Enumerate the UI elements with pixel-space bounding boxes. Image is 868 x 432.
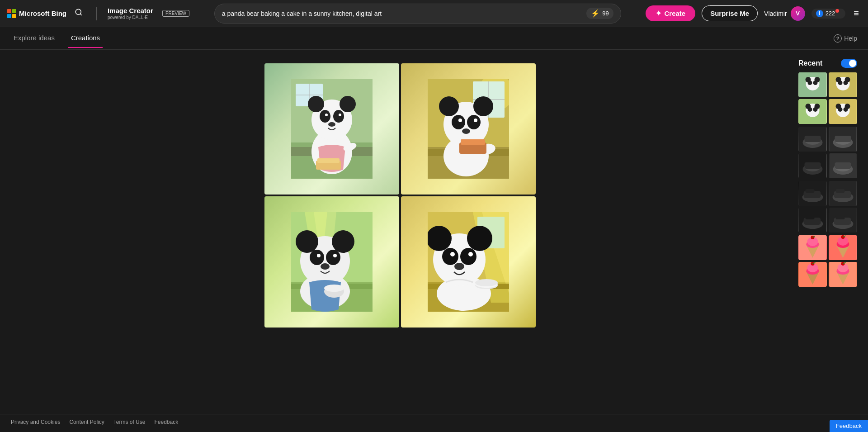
image-grid [264,63,536,328]
svg-point-48 [310,250,324,265]
sidebar: Recent [789,59,857,405]
svg-point-65 [442,248,458,265]
help-link[interactable]: ? Help [834,34,857,43]
svg-point-50 [317,254,321,257]
svg-point-31 [452,115,465,129]
surprise-label: Surprise Me [710,9,749,17]
username: Vladimir [764,10,787,17]
recent-thumb-ice-3[interactable] [798,262,827,287]
recent-thumb-shoe-7[interactable] [798,208,827,233]
tab-creations[interactable]: Creations [68,28,103,48]
recent-thumb-panda-4[interactable] [829,99,857,124]
recent-panda-img-3 [798,99,827,124]
recent-thumb-panda-2[interactable] [829,72,857,97]
svg-point-84 [844,81,848,85]
main-content: Recent [0,50,868,414]
recent-thumb-shoe-1[interactable] [798,127,827,152]
feedback-button[interactable]: Feedback [830,420,868,432]
image-grid-wrapper [264,59,536,328]
svg-point-49 [326,250,340,265]
recent-shoe-img-4 [829,153,857,178]
svg-point-66 [460,248,476,265]
search-input[interactable] [222,10,587,17]
image-creator-subtitle: powered by DALL·E [108,15,153,20]
tab-explore-ideas[interactable]: Explore ideas [11,28,57,48]
svg-point-30 [473,96,493,116]
svg-point-12 [320,110,330,123]
svg-point-10 [308,96,324,112]
recent-thumb-shoe-8[interactable] [829,208,857,233]
ms-bing-logo[interactable]: Microsoft Bing [7,9,66,18]
svg-point-35 [462,128,470,134]
recent-thumb-shoe-3[interactable] [798,153,827,178]
toggle-knob [849,60,856,67]
search-icon [75,8,83,16]
panda-illustration-1 [291,79,373,179]
svg-point-46 [296,230,318,253]
recent-thumb-ice-4[interactable] [829,262,857,287]
recent-shoe-img-7 [798,208,827,233]
recent-panda-img-4 [829,99,857,124]
svg-point-16 [328,122,335,127]
generated-image-4[interactable] [401,196,536,328]
search-bar: ⚡ 99 [214,4,621,24]
image-creator-title: Image Creator [108,7,153,15]
svg-point-0 [75,9,81,14]
panda-illustration-3 [291,212,373,312]
create-label: Create [664,9,685,17]
svg-point-78 [813,81,818,85]
svg-line-1 [80,14,81,15]
footer-feedback-link[interactable]: Feedback [154,419,178,425]
recent-thumb-shoe-5[interactable] [798,181,827,206]
footer-terms-link[interactable]: Terms of Use [113,419,146,425]
generated-image-2[interactable] [401,63,536,195]
user-section: Vladimir V [764,6,805,21]
recent-toggle[interactable] [841,59,857,68]
recent-thumb-ice-1[interactable] [798,235,827,260]
recent-group-shoes-1 [798,127,857,178]
svg-point-67 [450,252,455,256]
recent-section: Recent [798,59,857,287]
recent-thumb-shoe-4[interactable] [829,153,857,178]
notification-dot [835,9,839,13]
header-center: ⚡ 99 [189,4,646,24]
surprise-me-button[interactable]: Surprise Me [702,5,758,21]
recent-panda-img-1 [798,72,827,97]
coin-badge: i 222 [811,9,846,19]
svg-point-96 [844,107,848,112]
help-icon: ? [834,34,842,43]
svg-point-32 [467,115,481,129]
create-icon: ✦ [656,9,661,18]
boost-icon: ⚡ [591,9,600,18]
recent-thumb-ice-2[interactable] [829,235,857,260]
recent-thumb-panda-3[interactable] [798,99,827,124]
nav-tabs: Explore ideas Creations ? Help [0,27,868,50]
recent-shoe-img-1 [798,127,827,152]
footer: Privacy and Cookies Content Policy Terms… [0,414,868,430]
search-icon-button[interactable] [72,5,85,21]
recent-thumb-shoe-6[interactable] [829,181,857,206]
footer-content-policy-link[interactable]: Content Policy [69,419,104,425]
svg-point-13 [333,110,344,123]
recent-group-icecream [798,235,857,287]
coin-icon: i [816,10,823,17]
header-divider [96,7,97,20]
menu-button[interactable]: ≡ [852,6,861,20]
recent-thumb-shoe-2[interactable] [829,127,857,152]
footer-privacy-link[interactable]: Privacy and Cookies [11,419,60,425]
generated-image-1[interactable] [264,63,399,195]
user-avatar[interactable]: V [791,6,805,21]
recent-ice-img-1 [798,235,827,260]
create-button[interactable]: ✦ Create [646,5,695,21]
svg-rect-128 [836,216,845,219]
svg-point-64 [467,226,492,251]
recent-ice-img-3 [798,262,827,287]
recent-thumb-panda-1[interactable] [798,72,827,97]
svg-rect-19 [317,158,340,163]
image-grid-section [11,59,789,405]
generated-image-3[interactable] [264,196,399,328]
svg-rect-38 [461,139,485,145]
recent-shoe-img-2 [829,127,857,152]
header-right: ✦ Create Surprise Me Vladimir V i 222 ≡ [646,5,861,21]
recent-ice-img-2 [829,235,857,260]
